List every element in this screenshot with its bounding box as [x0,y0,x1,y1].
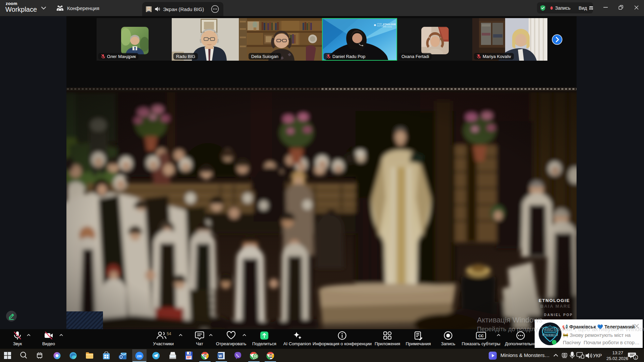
svg-text:W: W [218,354,222,358]
svg-text:1: 1 [635,356,636,359]
svg-text:zm: zm [137,354,142,358]
svg-text:54: 54 [167,331,171,336]
svg-text:CC: CC [478,334,484,338]
svg-text:ФРАНКІВСЬК: ФРАНКІВСЬК [542,334,558,337]
